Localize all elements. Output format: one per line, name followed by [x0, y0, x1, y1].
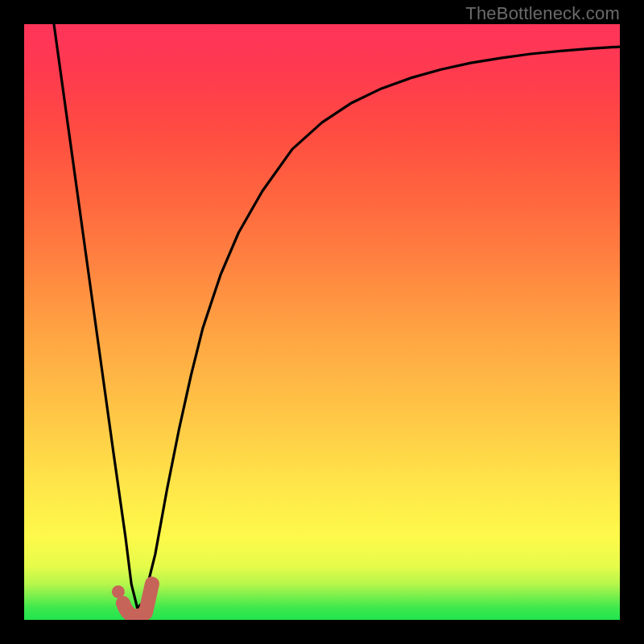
chart-frame: TheBottleneck.com — [0, 0, 644, 644]
bottleneck-curve — [54, 24, 620, 608]
optimum-marker-hook — [123, 584, 152, 616]
chart-overlay — [24, 24, 620, 620]
watermark-text: TheBottleneck.com — [465, 3, 620, 24]
optimum-marker-dot — [112, 585, 125, 598]
